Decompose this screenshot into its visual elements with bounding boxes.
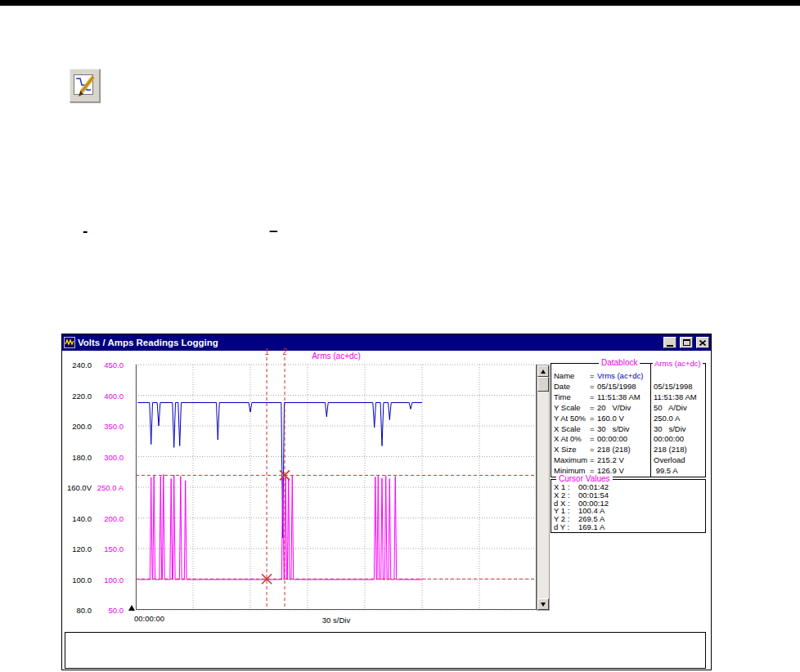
datablock-arms-value: 99.5 A xyxy=(648,466,678,477)
cursor-value-label: d Y : xyxy=(554,523,578,531)
volts-axis-labels: 240.0220.0200.0180.0160.0V140.0120.0100.… xyxy=(62,365,92,610)
minimize-button[interactable] xyxy=(663,337,676,348)
amps-axis-label: 400.0 xyxy=(104,391,124,400)
x-axis-marker-triangle xyxy=(128,605,135,611)
datablock-row-label: X At 0% xyxy=(551,434,590,445)
datablock-row: X Size=218 (218)218 (218) xyxy=(551,445,705,455)
cursor-value: 169.1 A xyxy=(578,523,604,531)
cursor-number-label: 2 xyxy=(283,347,288,356)
equals-sign: = xyxy=(590,455,597,466)
datablock-arms-value: 50 A/Div xyxy=(648,403,687,414)
cursor-value-row: X 1 :00:01:42 xyxy=(554,483,705,491)
datablock-rows: Name=Vrms (ac+dc)Date=05/15/199805/15/19… xyxy=(551,371,705,477)
datablock-vrms-value: 30 s/Div xyxy=(597,424,648,435)
datablock-arms-header: Arms (ac+dc) xyxy=(653,359,703,368)
datablock-panel: Datablock Arms (ac+dc) Name=Vrms (ac+dc)… xyxy=(551,363,706,477)
datablock-arms-value: 11:51:38 AM xyxy=(648,392,697,403)
equals-sign: = xyxy=(590,414,597,424)
equals-sign: = xyxy=(590,382,597,392)
top-black-bar xyxy=(0,0,800,6)
volts-amps-window: Volts / Amps Readings Logging Arms (ac+d… xyxy=(61,334,712,670)
x-axis-div-label: 30 s/Div xyxy=(136,616,537,625)
scrollbar-thumb[interactable] xyxy=(537,377,549,392)
close-button[interactable] xyxy=(696,337,709,348)
equals-sign: = xyxy=(590,434,597,445)
amps-axis-label: 450.0 xyxy=(104,361,124,370)
datablock-row: Time=11:51:38 AM11:51:38 AM xyxy=(551,392,705,403)
arrow-down-icon xyxy=(541,603,546,607)
cursor-value-row: d X :00:00:12 xyxy=(554,500,705,508)
maximize-button[interactable] xyxy=(680,337,693,348)
datablock-row-label: X Size xyxy=(551,445,590,455)
datablock-row-label: Y At 50% xyxy=(551,414,590,424)
datablock-arms-value: 00:00:00 xyxy=(648,434,684,445)
datablock-row: Y At 50%=160.0 V250.0 A xyxy=(551,414,705,424)
datablock-row-label: Name xyxy=(551,371,590,382)
close-icon xyxy=(699,340,706,346)
amps-axis-label: 100.0 xyxy=(104,575,124,584)
datablock-row-label: Maximum xyxy=(551,455,590,466)
datablock-vrms-value: 00:00:00 xyxy=(597,434,648,445)
equals-sign: = xyxy=(590,445,597,455)
datablock-row-label: Y Scale xyxy=(551,403,590,414)
datablock-row: Date=05/15/199805/15/1998 xyxy=(551,382,705,392)
datablock-row: X At 0%=00:00:0000:00:00 xyxy=(551,434,705,445)
datablock-vrms-value: 20 V/Div xyxy=(597,403,648,414)
volts-axis-label: 140.0 xyxy=(72,513,92,522)
cursor-value-row: X 2 :00:01:54 xyxy=(554,491,705,500)
waveform-plot[interactable]: 12 xyxy=(136,365,537,610)
amps-axis-label: 150.0 xyxy=(104,544,124,553)
volts-axis-label: 220.0 xyxy=(72,391,92,400)
equals-sign: = xyxy=(590,403,597,414)
status-line-1: Logging of Readings; Vrms(ac+dc) and Arm… xyxy=(70,666,700,669)
datablock-row: Name=Vrms (ac+dc) xyxy=(551,371,705,382)
datablock-row-label: X Scale xyxy=(551,424,590,435)
datablock-vrms-value: 05/15/1998 xyxy=(597,382,648,392)
amps-axis-labels: 450.0400.0350.0300.0250.0 A200.0150.0100… xyxy=(95,365,124,610)
window-title: Volts / Amps Readings Logging xyxy=(78,338,660,347)
arms-waveform xyxy=(137,474,422,580)
datablock-arms-value xyxy=(648,371,654,382)
active-waveform-title: Arms (ac+dc) xyxy=(136,352,537,361)
chart-pencil-icon xyxy=(73,73,97,99)
scroll-down-button[interactable] xyxy=(537,598,549,610)
datablock-vrms-value: 160.0 V xyxy=(597,414,648,424)
equals-sign: = xyxy=(590,371,597,382)
cursor-values-rows: X 1 :00:01:42X 2 :00:01:54d X :00:00:12Y… xyxy=(554,483,705,531)
volts-axis-label: 120.0 xyxy=(72,544,92,553)
volts-axis-label: 180.0 xyxy=(72,452,92,461)
datablock-vrms-value: 11:51:38 AM xyxy=(597,392,648,403)
datablock-row: X Scale=30 s/Div30 s/Div xyxy=(551,424,705,435)
app-icon xyxy=(64,337,75,348)
datablock-row-label: Date xyxy=(551,382,590,392)
maximize-icon xyxy=(683,339,690,346)
datablock-arms-value: 30 s/Div xyxy=(648,424,686,435)
datablock-arms-value: 250.0 A xyxy=(648,414,680,424)
datablock-row: Maximum=215.2 VOverload xyxy=(551,455,705,466)
amps-axis-label: 200.0 xyxy=(104,513,124,522)
volts-axis-label: 100.0 xyxy=(72,575,92,584)
equals-sign: = xyxy=(590,392,597,403)
volts-axis-label: 200.0 xyxy=(72,422,92,431)
datablock-row-label: Time xyxy=(551,392,590,403)
volts-axis-label: 160.0V xyxy=(67,483,92,492)
arrow-up-icon xyxy=(541,370,546,374)
datablock-arms-value: 05/15/1998 xyxy=(648,382,693,392)
datablock-vrms-value: 215.2 V xyxy=(597,455,648,466)
chart-log-toolbar-button[interactable] xyxy=(70,69,100,102)
cursor-value-row: Y 1 :100.4 A xyxy=(554,507,705,515)
datablock-arms-value: Overload xyxy=(648,455,685,466)
volts-axis-label: 240.0 xyxy=(72,361,92,370)
datablock-row: Y Scale=20 V/Div50 A/Div xyxy=(551,403,705,414)
vertical-scrollbar[interactable] xyxy=(537,365,550,611)
equals-sign: = xyxy=(590,424,597,435)
amps-axis-label: 250.0 A xyxy=(97,483,124,492)
amps-axis-label: 300.0 xyxy=(104,452,124,461)
datablock-vrms-value: Vrms (ac+dc) xyxy=(597,371,648,382)
cursor-value-row: d Y :169.1 A xyxy=(554,523,705,531)
cursor-number-label: 1 xyxy=(265,347,270,356)
window-titlebar[interactable]: Volts / Amps Readings Logging xyxy=(62,334,711,351)
datablock-arms-value: 218 (218) xyxy=(648,445,687,455)
faint-dash-2: – xyxy=(269,222,278,240)
scroll-up-button[interactable] xyxy=(537,365,549,377)
